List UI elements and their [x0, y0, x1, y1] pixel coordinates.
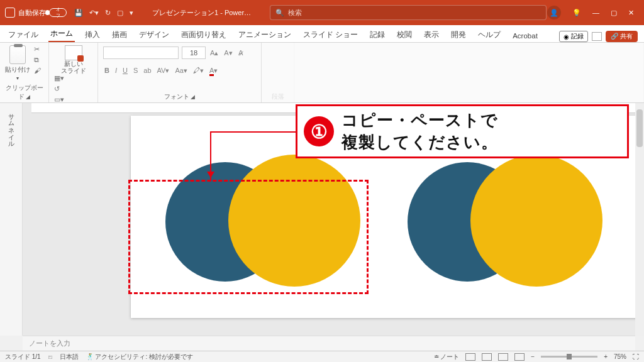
tab-developer[interactable]: 開発 [449, 28, 468, 42]
zoom-out-icon[interactable]: − [531, 353, 535, 360]
minimize-icon[interactable]: — [592, 9, 599, 16]
app-icon [5, 8, 15, 18]
bold-button[interactable]: B [103, 67, 111, 74]
tab-help[interactable]: ヘルプ [476, 28, 502, 42]
tab-file[interactable]: ファイル [6, 28, 40, 42]
group-font: 18 A▴ A▾ A̷ B I U S ab AV▾ Aa▾ 🖍▾ A▾ フォン… [98, 43, 262, 102]
vertical-scrollbar[interactable] [635, 103, 644, 336]
user-avatar-icon[interactable]: 👤 [547, 6, 561, 19]
chevron-down-icon[interactable]: ▾ [16, 75, 19, 81]
annotation-dashed-box [128, 180, 369, 294]
ribbon-tabs: ファイル ホーム 挿入 描画 デザイン 画面切り替え アニメーション スライド … [0, 25, 644, 43]
qat-dropdown-icon[interactable]: ▾ [130, 9, 133, 17]
tab-draw[interactable]: 描画 [110, 28, 129, 42]
redo-icon[interactable]: ↻ [105, 9, 111, 17]
paste-icon [9, 45, 26, 64]
layout-icon[interactable]: ▦▾ [54, 74, 92, 82]
autosave-toggle[interactable]: 自動保存 オフ [18, 8, 67, 18]
group-other [294, 43, 644, 102]
search-placeholder: 検索 [288, 8, 302, 18]
slideshow-view-icon[interactable] [514, 353, 525, 361]
reading-view-icon[interactable] [498, 353, 508, 361]
undo-icon[interactable]: ↶▾ [89, 9, 99, 17]
search-input[interactable]: 🔍 検索 [270, 5, 547, 20]
language-indicator[interactable]: 日本語 [60, 353, 79, 361]
sorter-view-icon[interactable] [482, 353, 492, 361]
save-icon[interactable]: 💾 [74, 9, 83, 17]
strike-button[interactable]: S [132, 67, 139, 74]
tab-record[interactable]: 記録 [368, 28, 387, 42]
cut-icon[interactable]: ✂ [34, 45, 41, 53]
autosave-label: 自動保存 [18, 8, 46, 18]
font-color-button[interactable]: A▾ [208, 67, 219, 75]
notes-placeholder: ノートを入力 [29, 339, 70, 348]
window-controls: 👤 💡 — ▢ ✕ [547, 6, 639, 19]
status-bar: スライド 1/1 ⏍ 日本語 🕺 アクセシビリティ: 検討が必要です ≐ ノート… [0, 351, 644, 362]
circle-yellow-2[interactable] [470, 155, 602, 287]
zoom-in-icon[interactable]: + [604, 353, 608, 360]
fit-slide-icon[interactable]: ⛶ [633, 353, 639, 360]
zoom-level[interactable]: 75% [614, 353, 626, 360]
group-clipboard: 貼り付け ▾ ✂ ⧉ 🖌 クリップボード◢ [0, 43, 49, 102]
annotation-arrow-vertical [210, 132, 211, 181]
share-button[interactable]: 🔗 共有 [606, 31, 638, 42]
ribbon: 貼り付け ▾ ✂ ⧉ 🖌 クリップボード◢ 新しい スライド ▦▾ ↺ ▭▾ ス… [0, 43, 644, 103]
tab-home[interactable]: ホーム [48, 26, 75, 42]
titlebar: 自動保存 オフ 💾 ↶▾ ↻ ▢ ▾ プレゼンテーション1 - Power… 🔍… [0, 0, 644, 25]
annotation-number-badge: ① [304, 116, 334, 146]
highlight-button[interactable]: 🖍▾ [192, 67, 205, 75]
spellcheck-icon[interactable]: ⏍ [48, 353, 52, 360]
shadow-button[interactable]: ab [142, 67, 152, 74]
new-slide-icon [65, 45, 82, 60]
copy-icon[interactable]: ⧉ [34, 56, 41, 64]
group-paragraph: 段落 [262, 43, 294, 102]
clear-format-icon[interactable]: A̷ [237, 49, 245, 57]
present-icon[interactable]: ▢ [117, 9, 123, 17]
font-size-select[interactable]: 18 [182, 47, 206, 59]
accessibility-status[interactable]: 🕺 アクセシビリティ: 検討が必要です [86, 353, 193, 361]
italic-button[interactable]: I [114, 67, 118, 74]
annotation-callout: ① コピー・ペーストで 複製してください。 [296, 104, 629, 158]
format-painter-icon[interactable]: 🖌 [34, 67, 41, 74]
ribbon-display-icon[interactable] [592, 32, 602, 41]
group-label: クリップボード◢ [5, 82, 43, 101]
annotation-arrow-horizontal [210, 131, 296, 133]
font-family-select[interactable] [103, 47, 179, 59]
spacing-button[interactable]: AV▾ [156, 67, 171, 75]
tab-acrobat[interactable]: Acrobat [511, 30, 540, 42]
paste-button[interactable]: 貼り付け ▾ [5, 45, 30, 81]
maximize-icon[interactable]: ▢ [611, 9, 617, 17]
hint-icon[interactable]: 💡 [572, 9, 581, 17]
tab-review[interactable]: 校閲 [395, 28, 414, 42]
case-button[interactable]: Aa▾ [174, 67, 188, 75]
slide-counter[interactable]: スライド 1/1 [5, 353, 41, 361]
record-button[interactable]: ◉ 記録 [559, 31, 588, 42]
increase-font-icon[interactable]: A▴ [209, 49, 219, 57]
close-icon[interactable]: ✕ [628, 9, 634, 17]
tab-transitions[interactable]: 画面切り替え [179, 28, 228, 42]
thumbnail-label: サムネイル [7, 109, 16, 144]
notes-button[interactable]: ≐ ノート [434, 353, 460, 361]
underline-button[interactable]: U [121, 67, 129, 74]
search-icon: 🔍 [275, 9, 284, 17]
tab-insert[interactable]: 挿入 [83, 28, 102, 42]
notes-pane[interactable]: ノートを入力 [23, 336, 635, 351]
tab-slideshow[interactable]: スライド ショー [301, 28, 360, 42]
group-label: フォント◢ [103, 91, 256, 101]
toggle-off[interactable]: オフ [49, 8, 67, 17]
decrease-font-icon[interactable]: A▾ [223, 49, 233, 57]
tab-animations[interactable]: アニメーション [236, 28, 293, 42]
thumbnail-pane[interactable]: サムネイル [0, 103, 23, 336]
quick-access-toolbar: 💾 ↶▾ ↻ ▢ ▾ [74, 9, 133, 17]
group-slides: 新しい スライド ▦▾ ↺ ▭▾ スライド [49, 43, 98, 102]
tab-view[interactable]: 表示 [422, 28, 441, 42]
document-title: プレゼンテーション1 - Power… [152, 8, 251, 18]
reset-icon[interactable]: ↺ [54, 85, 92, 93]
normal-view-icon[interactable] [465, 353, 475, 361]
tab-design[interactable]: デザイン [137, 28, 171, 42]
annotation-text: コピー・ペーストで 複製してください。 [341, 109, 498, 153]
new-slide-button[interactable]: 新しい スライド [54, 45, 92, 74]
zoom-slider[interactable] [541, 356, 597, 358]
